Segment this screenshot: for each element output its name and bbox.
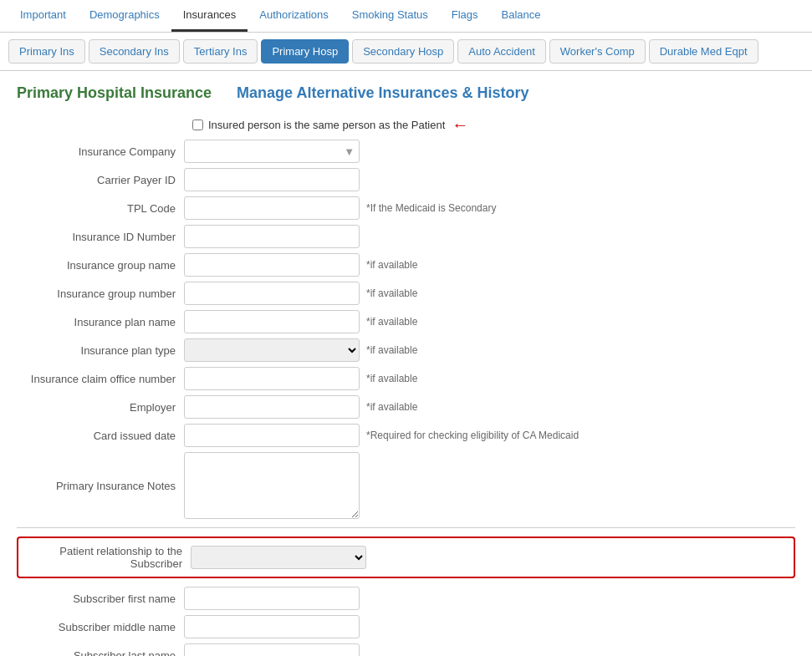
subtab-tertiary-ins[interactable]: Tertiary Ins [183,39,258,64]
subtab-primary-ins[interactable]: Primary Ins [8,39,85,64]
main-content: Primary Hospital Insurance Manage Altern… [0,71,812,656]
insurance-form: Insured person is the same person as the… [17,115,795,656]
insurance-company-row: Insurance Company ▼ [17,140,795,163]
insurance-group-name-input[interactable] [184,253,360,277]
tab-authorizations[interactable]: Authorizations [248,0,340,32]
subtab-secondary-ins[interactable]: Secondary Ins [89,39,180,64]
section-title-left: Primary Hospital Insurance [17,84,212,102]
carrier-payer-id-input[interactable] [184,168,360,191]
employer-row: Employer *if available [17,395,795,419]
insurance-id-row: Insurance ID Number [17,225,795,248]
carrier-payer-id-row: Carrier Payer ID [17,168,795,191]
insurance-plan-name-label: Insurance plan name [17,316,184,328]
insurance-group-name-row: Insurance group name *if available [17,253,795,277]
subtab-secondary-hosp[interactable]: Secondary Hosp [352,39,454,64]
insurance-company-label: Insurance Company [17,145,184,158]
section-headers: Primary Hospital Insurance Manage Altern… [17,84,795,102]
insurance-company-wrapper: ▼ [184,140,360,163]
subscriber-last-name-label: Subscriber last name [17,649,184,657]
form-divider [17,527,795,528]
carrier-payer-id-label: Carrier Payer ID [17,174,184,186]
tab-smoking-status[interactable]: Smoking Status [340,0,440,32]
patient-relationship-label: Patient relationship to the Subscriber [23,545,191,570]
card-issued-date-hint: *Required for checking eligibility of CA… [366,430,579,441]
tpl-code-hint: *If the Medicaid is Secondary [366,202,496,214]
red-arrow-annotation: ← [452,115,468,135]
employer-label: Employer [17,401,184,414]
sub-navigation: Primary Ins Secondary Ins Tertiary Ins P… [0,33,812,71]
insurance-plan-name-row: Insurance plan name *if available [17,310,795,333]
tab-insurances[interactable]: Insurances [171,0,248,32]
insurance-plan-type-label: Insurance plan type [17,344,184,357]
insurance-claim-office-label: Insurance claim office number [17,373,184,385]
insurance-plan-name-hint: *if available [366,316,417,328]
subscriber-last-name-input[interactable] [184,643,360,656]
subscriber-last-name-row: Subscriber last name [17,643,795,656]
tab-demographics[interactable]: Demographics [78,0,171,32]
insurance-id-input[interactable] [184,225,360,248]
card-issued-date-row: Card issued date *Required for checking … [17,424,795,447]
insurance-group-number-row: Insurance group number *if available [17,282,795,305]
subscriber-is-patient-checkbox[interactable] [192,120,203,130]
card-issued-date-label: Card issued date [17,430,184,442]
top-navigation: Important Demographics Insurances Author… [0,0,812,33]
subscriber-middle-name-label: Subscriber middle name [17,621,184,633]
insurance-notes-label: Primary Insurance Notes [17,480,184,492]
insurance-plan-type-hint: *if available [366,344,417,356]
employer-input[interactable] [184,395,360,419]
tpl-code-label: TPL Code [17,202,184,215]
insurance-claim-office-hint: *if available [366,373,417,384]
insurance-group-number-input[interactable] [184,282,360,305]
insurance-notes-textarea[interactable] [184,452,360,519]
insurance-plan-name-input[interactable] [184,310,360,333]
insurance-company-input[interactable] [184,140,360,163]
insurance-claim-office-row: Insurance claim office number *if availa… [17,367,795,390]
section-title-right: Manage Alternative Insurances & History [237,84,529,102]
subtab-durable-med[interactable]: Durable Med Eqpt [649,39,758,64]
subscriber-first-name-row: Subscriber first name [17,587,795,610]
subscriber-middle-name-input[interactable] [184,615,360,638]
insurance-group-number-hint: *if available [366,287,417,299]
patient-relationship-row: Patient relationship to the Subscriber [23,545,789,570]
card-issued-date-input[interactable] [184,424,360,447]
insurance-claim-office-input[interactable] [184,367,360,390]
subscriber-first-name-input[interactable] [184,587,360,610]
insurance-group-name-label: Insurance group name [17,259,184,272]
subscriber-first-name-label: Subscriber first name [17,592,184,605]
patient-relationship-select[interactable] [191,546,366,569]
insurance-notes-row: Primary Insurance Notes [17,452,795,519]
insurance-id-label: Insurance ID Number [17,231,184,243]
tab-balance[interactable]: Balance [490,0,553,32]
subtab-workers-comp[interactable]: Worker's Comp [549,39,646,64]
subscriber-is-patient-label: Insured person is the same person as the… [208,119,445,131]
insurance-plan-type-select[interactable] [184,338,360,362]
patient-relationship-highlighted: Patient relationship to the Subscriber [17,536,795,578]
subtab-primary-hosp[interactable]: Primary Hosp [261,39,349,64]
insurance-group-number-label: Insurance group number [17,287,184,300]
tpl-code-input[interactable] [184,196,360,220]
tpl-code-row: TPL Code *If the Medicaid is Secondary [17,196,795,220]
insurance-group-name-hint: *if available [366,259,417,271]
subscriber-patient-row: Insured person is the same person as the… [17,115,795,135]
tab-important[interactable]: Important [8,0,78,32]
subtab-auto-accident[interactable]: Auto Accident [457,39,546,64]
tab-flags[interactable]: Flags [440,0,490,32]
insurance-plan-type-row: Insurance plan type *if available [17,338,795,362]
employer-hint: *if available [366,401,417,413]
subscriber-middle-name-row: Subscriber middle name [17,615,795,638]
